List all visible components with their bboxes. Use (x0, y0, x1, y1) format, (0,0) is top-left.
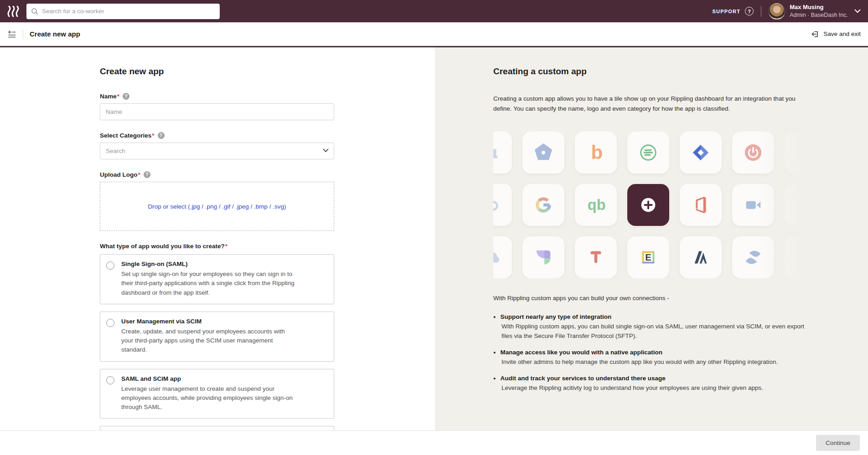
option-description: Set up single sign-on for your employees… (121, 270, 297, 297)
search-input[interactable] (42, 8, 215, 15)
wizard-footer: Continue (0, 430, 868, 455)
option-description: Leverage user management to create and s… (121, 384, 297, 412)
option-title: Single Sign-on (SAML) (121, 261, 297, 267)
toolbar-divider (23, 29, 23, 39)
option-title: SAML and SCIM app (121, 375, 297, 382)
bullet-title: Support nearly any type of integration (500, 313, 611, 320)
qb-icon: qb (575, 184, 617, 226)
create-new-app-page: SUPPORT ? Max Musing Admin · BaseDash In… (0, 0, 868, 455)
create-app-form-panel: Create new app Name* ? Select Categories… (0, 47, 435, 430)
categories-select[interactable] (100, 143, 334, 159)
avatar[interactable] (769, 3, 785, 20)
bullet-dot: ● (493, 315, 496, 319)
option-title: User Management via SCIM (121, 318, 297, 325)
custom-app-info-panel: Creating a custom app Creating a custom … (435, 47, 868, 430)
option-user-management-scim[interactable]: User Management via SCIM Create, update,… (100, 312, 334, 362)
support-link[interactable]: SUPPORT (713, 9, 741, 14)
top-bar: SUPPORT ? Max Musing Admin · BaseDash In… (0, 0, 868, 22)
office-door-icon (680, 184, 722, 226)
name-help-icon[interactable]: ? (123, 93, 129, 100)
name-label: Name* (100, 93, 119, 100)
option-single-sign-on-saml[interactable]: Single Sign-on (SAML) Set up single sign… (100, 254, 334, 304)
required-asterisk: * (117, 93, 119, 100)
info-heading: Creating a custom app (493, 66, 868, 77)
topbar-divider (761, 6, 761, 17)
save-and-exit-label: Save and exit (823, 31, 861, 37)
cloud-icon (493, 236, 512, 278)
page-toolbar: Create new app Save and exit (0, 22, 868, 46)
categories-help-icon[interactable]: ? (158, 132, 165, 139)
drop-or-select-link[interactable]: Drop or select (.jpg / .png / .gif / .jp… (148, 203, 286, 210)
required-asterisk: * (152, 132, 154, 139)
radio-button[interactable] (106, 376, 114, 384)
info-intro: Creating a custom app allows you to have… (493, 94, 801, 113)
radio-button[interactable] (106, 319, 114, 327)
option-description: Create, update, and suspend your employe… (121, 327, 297, 355)
svg-text:sa: sa (797, 198, 810, 213)
bullet-title: Manage access like you would with a nati… (500, 349, 662, 356)
list-item: ●Manage access like you would with a nat… (493, 349, 808, 367)
required-asterisk: * (225, 243, 227, 250)
chevron-down-icon[interactable] (854, 9, 861, 13)
svg-text:E: E (645, 252, 651, 262)
letter-a-icon (680, 236, 722, 278)
page-title: Create new app (30, 30, 80, 38)
connections-line: With Rippling custom apps you can build … (493, 295, 868, 302)
list-item: ●Audit and track your services to unders… (493, 375, 808, 393)
upload-logo-label: Upload Logo* (100, 171, 140, 178)
option-saml-and-scim[interactable]: SAML and SCIM app Leverage user manageme… (100, 369, 334, 419)
petals-icon (522, 236, 564, 278)
upload-logo-group: Upload Logo* ? Drop or select (.jpg / .p… (100, 171, 334, 231)
categories-search-input[interactable] (100, 143, 334, 159)
benefits-list: ●Support nearly any type of integration … (493, 313, 868, 393)
coworker-search (26, 4, 220, 19)
exit-icon (811, 30, 819, 38)
logo-dropzone[interactable]: Drop or select (.jpg / .png / .gif / .jp… (100, 182, 334, 231)
bullet-description: Leverage the Rippling acitivty log to un… (501, 383, 808, 393)
pentagon-star-icon (522, 132, 564, 174)
name-input[interactable] (100, 103, 334, 120)
circle-lines-icon (627, 132, 669, 174)
categories-label: Select Categories* (100, 132, 155, 139)
user-role: Admin · BaseDash Inc. (790, 11, 848, 19)
name-field-group: Name* ? (100, 93, 334, 120)
letter-t-icon (575, 236, 617, 278)
app-wizard-icon[interactable] (7, 30, 16, 39)
app-type-group: What type of app would you like to creat… (100, 243, 334, 455)
bullet-description: Invite other admins to help manage the c… (501, 358, 808, 367)
continue-button[interactable]: Continue (816, 435, 860, 451)
dots-icon (785, 236, 810, 278)
help-icon[interactable]: ? (745, 7, 754, 15)
power-button-icon (732, 132, 774, 174)
video-camera-icon (732, 184, 774, 226)
sa-icon: sa (785, 184, 810, 226)
letter-b-icon: b (575, 132, 617, 174)
jira-diamond-icon (680, 132, 722, 174)
letter-e-icon: E (627, 236, 669, 278)
radio-button[interactable] (106, 261, 114, 270)
bullet-title: Audit and track your services to underst… (500, 375, 665, 382)
svg-text:qb: qb (588, 197, 606, 213)
bullet-dot: ● (493, 350, 496, 355)
n1-icon (493, 132, 512, 174)
rippling-logo-icon[interactable] (7, 5, 21, 18)
google-g-icon (522, 184, 564, 226)
bullet-description: With Rippling custom apps, you can build… (501, 322, 808, 341)
form-heading: Create new app (100, 66, 334, 77)
bullet-dot: ● (493, 376, 496, 381)
list-item: ●Support nearly any type of integration … (493, 313, 808, 341)
custom-app-plus-icon (627, 184, 669, 226)
user-name: Max Musing (790, 4, 848, 11)
user-menu[interactable]: Max Musing Admin · BaseDash Inc. (790, 4, 848, 19)
ro-icon: r (493, 184, 512, 226)
app-type-question: What type of app would you like to creat… (100, 243, 227, 250)
categories-field-group: Select Categories* ? (100, 132, 334, 159)
app-icons-grid: brqbsaE (493, 132, 810, 278)
required-asterisk: * (138, 171, 140, 178)
save-and-exit-button[interactable]: Save and exit (811, 30, 861, 38)
curved-bands-icon (732, 236, 774, 278)
double-diamond-icon (785, 132, 810, 174)
upload-help-icon[interactable]: ? (144, 171, 150, 178)
search-icon (31, 8, 38, 15)
svg-text:b: b (591, 142, 603, 163)
